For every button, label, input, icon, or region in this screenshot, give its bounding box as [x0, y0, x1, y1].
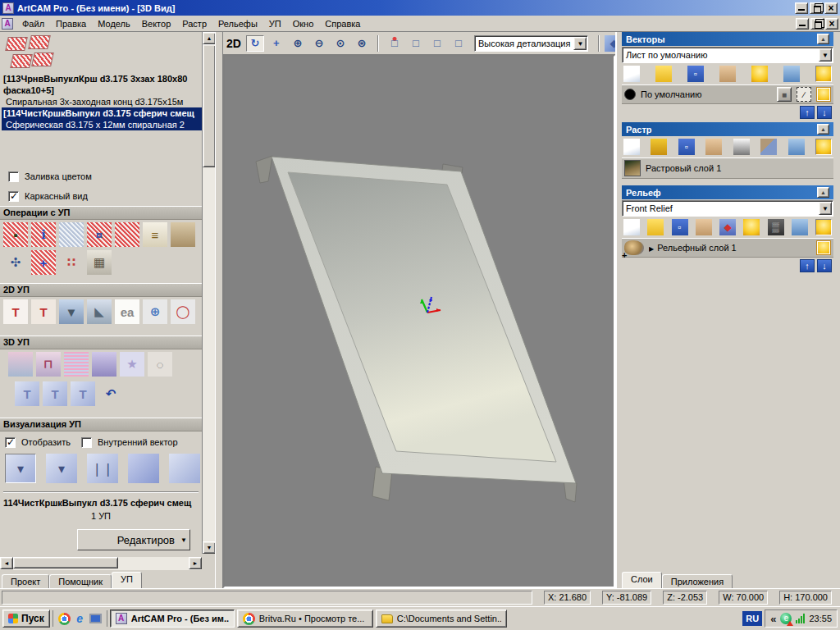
snap-layer-icon[interactable]: ∕	[797, 87, 811, 102]
merge-layers-icon[interactable]	[719, 66, 736, 82]
new-sheet-icon[interactable]	[623, 66, 640, 82]
minimize-button[interactable]	[795, 2, 808, 14]
gradient-fill-icon[interactable]	[733, 139, 750, 155]
network-signal-icon[interactable]	[796, 614, 805, 623]
iso-view-icon[interactable]: □	[386, 35, 404, 52]
grayscale-stamp-icon[interactable]: ▒	[768, 219, 784, 235]
detail-level-dropdown[interactable]: Высокая детализация	[474, 35, 589, 52]
vector-sheet-dropdown[interactable]: Лист по умолчанию	[622, 47, 833, 63]
save-floppy-icon[interactable]: ▫	[672, 219, 688, 235]
collapse-icon[interactable]	[817, 124, 829, 135]
edit-dropdown-button[interactable]: Редактиров	[77, 529, 190, 550]
inner-vector-checkbox[interactable]	[81, 437, 92, 448]
dropdown-arrow-icon[interactable]	[819, 48, 832, 62]
chrome-icon[interactable]	[58, 613, 71, 625]
feature-machining-icon[interactable]: ⊓	[36, 352, 61, 377]
new-sheet-icon[interactable]	[623, 219, 640, 235]
new-sheet-icon[interactable]	[623, 139, 640, 155]
open-folder-icon[interactable]	[647, 219, 664, 235]
fill-color-checkbox[interactable]	[8, 171, 19, 182]
bulb-on-icon[interactable]	[815, 66, 832, 82]
simulate-toolpath-icon[interactable]: ▾	[46, 454, 77, 483]
zoom-out-icon[interactable]: ⊖	[310, 35, 328, 52]
machine-border-icon[interactable]: ★	[120, 352, 144, 377]
tray-expand-icon[interactable]: «	[770, 613, 776, 625]
merge-layers-icon[interactable]	[696, 219, 712, 235]
open-folder-dark-icon[interactable]	[651, 139, 667, 155]
cube-wire-2-icon[interactable]: □	[428, 35, 446, 52]
menu-window[interactable]: Окно	[287, 17, 320, 30]
transform-toolpath-icon[interactable]: ✣	[3, 250, 28, 275]
bulb-on-icon[interactable]	[815, 219, 832, 235]
engrave-text-icon[interactable]: ea	[115, 299, 139, 324]
menu-toolpaths[interactable]: УП	[263, 17, 287, 30]
pan-view-icon[interactable]: +	[267, 35, 285, 52]
toolpath-icon[interactable]	[5, 37, 28, 51]
scrollbar-thumb[interactable]	[203, 44, 216, 167]
reset-block-icon[interactable]	[128, 454, 159, 483]
move-layer-up-icon[interactable]: ↑	[800, 106, 815, 119]
menu-raster[interactable]: Растр	[176, 17, 212, 30]
toolpath-info-icon[interactable]: ℹ	[31, 222, 56, 247]
move-layer-down-icon[interactable]: ↓	[817, 106, 832, 119]
machine-relief-icon[interactable]	[8, 352, 33, 377]
toolpath-icon[interactable]	[28, 35, 51, 49]
3d-viewport[interactable]	[223, 55, 615, 588]
relief-layer-row[interactable]: Рельефный слой 1	[622, 238, 833, 258]
language-indicator[interactable]: RU	[742, 611, 762, 626]
bevel-carve-icon[interactable]: ◣	[87, 299, 112, 324]
engrave-plaque-3-icon[interactable]: T	[71, 381, 95, 406]
scroll-left-icon[interactable]	[0, 557, 13, 569]
move-layer-up-icon[interactable]: ↑	[800, 259, 815, 272]
scroll-down-icon[interactable]	[203, 541, 216, 554]
menu-file[interactable]: Файл	[16, 17, 50, 30]
tab-project[interactable]: Проект	[2, 574, 49, 588]
child-restore-button[interactable]	[810, 18, 824, 30]
layer-visibility-bulb-icon[interactable]	[816, 87, 831, 102]
tab-layers[interactable]: Слои	[622, 572, 662, 588]
trash-icon[interactable]	[788, 139, 805, 155]
bulb-icon[interactable]	[743, 219, 760, 235]
inlay-icon[interactable]: ◯	[171, 299, 195, 324]
layer-color-swatch[interactable]	[624, 89, 636, 100]
rest-machining-3d-icon[interactable]	[92, 352, 116, 377]
start-button[interactable]: Пуск	[2, 609, 50, 628]
collapse-icon[interactable]	[817, 187, 829, 198]
wireframe-checkbox[interactable]	[8, 191, 19, 202]
image-to-layer-icon[interactable]	[760, 139, 777, 155]
taskbar-item-explorer[interactable]: C:\Documents and Settin...	[376, 609, 507, 628]
toolpath-save-icon[interactable]: ▪	[3, 222, 28, 247]
antivirus-icon[interactable]: e	[780, 613, 792, 624]
area-clear-2d-icon[interactable]: T	[31, 299, 56, 324]
delete-simulation-icon[interactable]	[169, 454, 200, 483]
lock-layer-icon[interactable]: ■	[777, 87, 792, 102]
dropdown-arrow-icon[interactable]	[573, 37, 587, 50]
vertical-scrollbar[interactable]	[202, 32, 215, 554]
child-close-button[interactable]	[825, 18, 838, 30]
toolpath-batch-icon[interactable]	[115, 222, 139, 247]
list-item-selected[interactable]: [114ЧистКршкВыпукл d3.175 сферич смещ	[2, 107, 202, 119]
layers-add-icon[interactable]: ◆	[719, 219, 736, 235]
list-item[interactable]: фаска10+5]	[2, 84, 202, 96]
child-minimize-button[interactable]	[796, 18, 809, 30]
bulb-icon[interactable]	[751, 66, 768, 82]
taskbar-item-browser[interactable]: Britva.Ru • Просмотр те...	[237, 609, 373, 628]
show-desktop-icon[interactable]	[89, 614, 102, 623]
toolpath-tool-db-icon[interactable]	[171, 222, 195, 247]
menu-vector[interactable]: Вектор	[136, 17, 177, 30]
toolpath-notes-icon[interactable]: ≡	[143, 222, 167, 247]
zlevel-roughing-icon[interactable]	[64, 352, 89, 377]
zoom-previous-icon[interactable]: ⊙	[331, 35, 349, 52]
save-floppy-icon[interactable]: ▫	[687, 66, 704, 82]
vector-layer-row[interactable]: По умолчанию ■ ∕	[622, 84, 833, 104]
scrollbar-thumb[interactable]	[13, 557, 118, 568]
panel-splitter[interactable]	[215, 32, 223, 588]
menu-edit[interactable]: Правка	[50, 17, 92, 30]
drill-holes-icon[interactable]: ⊕	[143, 299, 167, 324]
internet-explorer-icon[interactable]: e	[74, 613, 86, 625]
toolpath-levels-icon[interactable]	[59, 222, 84, 247]
toolpath-calculate-icon[interactable]: ¤	[87, 222, 112, 247]
show-checkbox[interactable]	[5, 437, 16, 448]
menu-model[interactable]: Модель	[92, 17, 135, 30]
bulb-on-icon[interactable]	[815, 139, 832, 155]
